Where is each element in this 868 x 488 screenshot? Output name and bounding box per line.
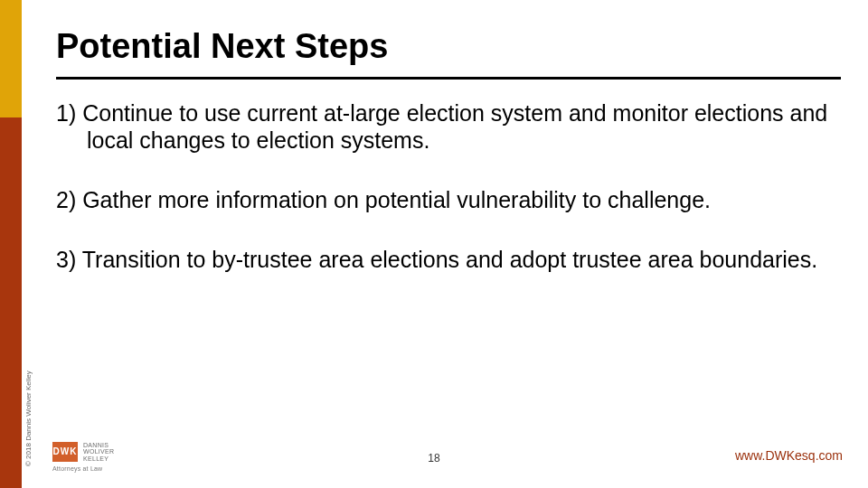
slide: Potential Next Steps 1) Continue to use … <box>0 0 868 488</box>
bullet-1: 1) Continue to use current at-large elec… <box>87 99 841 154</box>
logo-side-line2: WOLIVER <box>83 448 114 455</box>
logo-tagline: Attorneys at Law <box>52 465 114 472</box>
logo-initials: DWK <box>52 442 78 462</box>
footer: © 2018 Dannis Woliver Kelley DWK DANNIS … <box>0 416 868 488</box>
logo-side-line3: KELLEY <box>83 455 114 462</box>
website-url: www.DWKesq.com <box>735 448 843 463</box>
copyright-text: © 2018 Dannis Woliver Kelley <box>24 371 33 466</box>
page-number: 18 <box>428 452 439 465</box>
accent-bar-top <box>0 0 22 117</box>
bullet-2: 2) Gather more information on potential … <box>87 186 841 213</box>
bullet-3: 3) Transition to by-trustee area electio… <box>87 246 841 273</box>
logo: DWK DANNIS WOLIVER KELLEY Attorneys at L… <box>52 442 114 472</box>
logo-side-text: DANNIS WOLIVER KELLEY <box>83 442 114 462</box>
logo-side-line1: DANNIS <box>83 442 114 448</box>
slide-title: Potential Next Steps <box>56 27 841 66</box>
title-underline <box>56 77 841 80</box>
logo-row: DWK DANNIS WOLIVER KELLEY <box>52 442 114 462</box>
content-area: Potential Next Steps 1) Continue to use … <box>56 27 841 305</box>
